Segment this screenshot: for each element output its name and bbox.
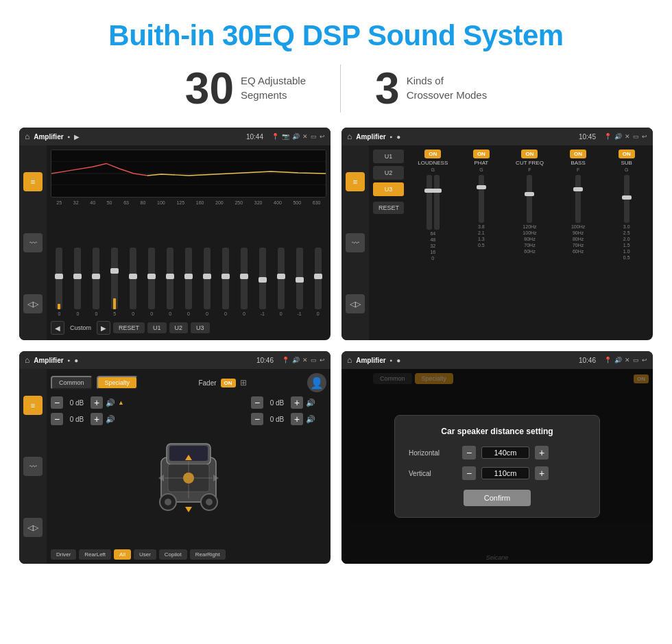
dialog-screen-icon: ▭ xyxy=(633,357,639,363)
copilot-btn[interactable]: Copilot xyxy=(159,549,187,560)
vertical-plus[interactable]: + xyxy=(535,466,549,480)
fader-common-tab[interactable]: Common xyxy=(51,376,93,390)
dialog-close-icon[interactable]: ✕ xyxy=(625,357,630,363)
home-icon[interactable]: ⌂ xyxy=(25,132,29,141)
cw-loudness-toggle[interactable]: ON xyxy=(424,150,441,158)
horizontal-plus[interactable]: + xyxy=(535,446,549,460)
fader-fr-plus[interactable]: + xyxy=(291,396,303,409)
eq-bottom-bar: ◀ Custom ▶ RESET U1 U2 U3 xyxy=(51,318,326,336)
fader-fl-plus[interactable]: + xyxy=(91,396,103,409)
fader-sidebar-wave[interactable]: 〰 xyxy=(23,457,43,476)
eq-u1-btn[interactable]: U1 xyxy=(147,322,167,333)
eq-u2-btn[interactable]: U2 xyxy=(169,322,189,333)
eq-slider-6[interactable]: 0 xyxy=(143,248,160,316)
cw-cutfreq-toggle[interactable]: ON xyxy=(521,150,538,158)
fader-on-badge[interactable]: ON xyxy=(221,379,236,387)
cw-u1-btn[interactable]: U1 xyxy=(373,150,404,163)
eq-slider-11[interactable]: 0 xyxy=(235,248,252,316)
fader-rr-value: 0 dB xyxy=(266,416,288,423)
rear-left-btn[interactable]: RearLeft xyxy=(79,549,111,560)
cw-volume-icon: 🔊 xyxy=(614,133,622,140)
eq-slider-4[interactable]: 5 xyxy=(106,248,123,316)
cw-loudness-slider1[interactable] xyxy=(427,175,432,230)
svg-point-10 xyxy=(206,499,213,505)
eq-title: Amplifier xyxy=(34,133,63,141)
cw-u3-btn[interactable]: U3 xyxy=(373,182,404,196)
dialog-back-icon[interactable]: ↩ xyxy=(642,357,647,363)
confirm-button[interactable]: Confirm xyxy=(464,490,531,506)
fader-front-left-row: − 0 dB + 🔊 ▲ xyxy=(51,396,126,409)
eq-slider-1[interactable]: 0 xyxy=(51,248,68,316)
fader-fr-minus[interactable]: − xyxy=(251,396,263,409)
eq-slider-13[interactable]: 0 xyxy=(272,248,289,316)
eq-slider-7[interactable]: 0 xyxy=(162,248,179,316)
horizontal-label: Horizontal xyxy=(409,449,457,457)
back-icon[interactable]: ↩ xyxy=(320,133,325,140)
cw-phat-slider[interactable] xyxy=(479,175,484,223)
eq-sidebar-wave[interactable]: 〰 xyxy=(23,233,43,252)
all-btn[interactable]: All xyxy=(114,549,131,560)
fader-fl-value: 0 dB xyxy=(66,399,88,407)
fader-sidebar-eq[interactable]: ≡ xyxy=(23,396,43,415)
rear-right-btn[interactable]: RearRight xyxy=(190,549,226,560)
cw-bass-toggle[interactable]: ON xyxy=(570,150,586,158)
fader-fl-minus[interactable]: − xyxy=(51,396,63,409)
vertical-minus[interactable]: − xyxy=(462,466,476,480)
driver-btn[interactable]: Driver xyxy=(51,549,76,560)
horizontal-row: Horizontal − 140cm + xyxy=(409,446,586,460)
eq-sidebar-eq[interactable]: ≡ xyxy=(23,172,43,191)
cw-reset-btn[interactable]: RESET xyxy=(373,202,404,214)
fader-topbar: ⌂ Amplifier ▪ ● 10:46 📍 🔊 ✕ ▭ ↩ xyxy=(19,351,331,369)
vertical-row: Vertical − 110cm + xyxy=(409,466,586,480)
fader-screen: ⌂ Amplifier ▪ ● 10:46 📍 🔊 ✕ ▭ ↩ ≡ 〰 ◁▷ C… xyxy=(19,351,331,564)
fader-dot-icon: ● xyxy=(74,357,78,364)
fader-specialty-tab[interactable]: Specialty xyxy=(97,376,139,390)
eq-prev-btn[interactable]: ◀ xyxy=(51,321,64,335)
fader-close-icon[interactable]: ✕ xyxy=(302,357,308,363)
cw-loudness-slider2[interactable] xyxy=(434,175,440,230)
fader-profile-icon: 👤 xyxy=(307,373,326,392)
eq-slider-12[interactable]: -1 xyxy=(254,248,271,316)
cw-u2-btn[interactable]: U2 xyxy=(373,166,404,180)
eq-u3-btn[interactable]: U3 xyxy=(191,322,210,333)
close-icon[interactable]: ✕ xyxy=(302,133,308,140)
cw-sub-toggle[interactable]: ON xyxy=(619,150,635,158)
eq-slider-3[interactable]: 0 xyxy=(88,248,105,316)
cw-sub-slider[interactable] xyxy=(624,175,629,223)
eq-slider-2[interactable]: 0 xyxy=(69,248,86,316)
dialog-home-icon[interactable]: ⌂ xyxy=(347,355,352,365)
eq-reset-btn[interactable]: RESET xyxy=(113,322,145,333)
cw-sidebar-vol[interactable]: ◁▷ xyxy=(346,294,365,313)
fader-rl-plus[interactable]: + xyxy=(91,413,103,425)
cw-back-icon[interactable]: ↩ xyxy=(642,133,647,140)
cw-close-icon[interactable]: ✕ xyxy=(625,133,630,140)
fader-time: 10:46 xyxy=(256,357,274,364)
cw-sidebar-eq[interactable]: ≡ xyxy=(346,172,365,191)
cw-sidebar-wave[interactable]: 〰 xyxy=(346,233,365,252)
cw-cutfreq-label: CUT FREQ xyxy=(516,160,544,166)
distance-dialog: Car speaker distance setting Horizontal … xyxy=(394,415,600,518)
fader-home-icon[interactable]: ⌂ xyxy=(25,355,29,365)
cw-cutfreq-slider[interactable] xyxy=(527,175,532,223)
eq-slider-5[interactable]: 0 xyxy=(125,248,142,316)
cw-bass-slider[interactable] xyxy=(575,175,581,223)
fader-rr-plus[interactable]: + xyxy=(291,413,303,425)
user-btn[interactable]: User xyxy=(134,549,156,560)
eq-next-btn[interactable]: ▶ xyxy=(97,321,110,335)
horizontal-minus[interactable]: − xyxy=(462,446,476,460)
eq-play-icon[interactable]: ▶ xyxy=(74,133,80,141)
eq-slider-10[interactable]: 0 xyxy=(217,248,234,316)
eq-sidebar-vol[interactable]: ◁▷ xyxy=(23,294,43,313)
fader-sidebar-vol[interactable]: ◁▷ xyxy=(23,518,43,537)
fader-rl-minus[interactable]: − xyxy=(51,413,63,425)
cw-phat-toggle[interactable]: ON xyxy=(473,150,490,158)
eq-slider-14[interactable]: -1 xyxy=(291,248,308,316)
eq-slider-9[interactable]: 0 xyxy=(199,248,216,316)
eq-screen: ⌂ Amplifier ▪ ▶ 10:44 📍 📷 🔊 ✕ ▭ ↩ ≡ 〰 ◁▷ xyxy=(19,128,331,340)
fader-back-icon[interactable]: ↩ xyxy=(320,357,325,363)
eq-slider-15[interactable]: 0 xyxy=(309,248,326,316)
eq-main: 2532 4050 6380 100125 160200 250320 4005… xyxy=(47,145,331,340)
eq-slider-8[interactable]: 0 xyxy=(180,248,197,316)
cw-home-icon[interactable]: ⌂ xyxy=(347,132,352,141)
fader-rr-minus[interactable]: − xyxy=(251,413,263,425)
